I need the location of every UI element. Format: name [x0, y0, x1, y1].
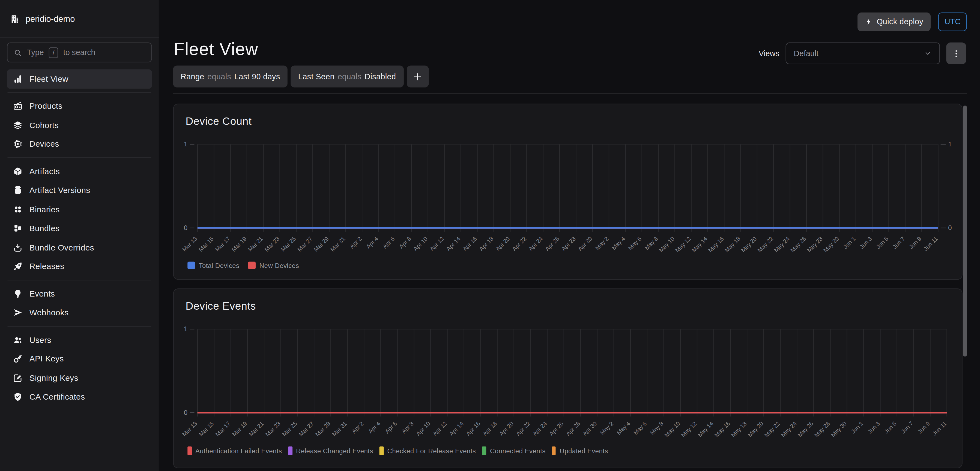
svg-text:Jun 7: Jun 7 — [900, 420, 915, 435]
legend-item[interactable]: Authentication Failed Events — [188, 446, 282, 455]
timezone-label: UTC — [945, 17, 961, 26]
device-events-legend: Authentication Failed EventsRelease Chan… — [188, 446, 614, 455]
views-select[interactable]: Default — [786, 43, 940, 64]
search-input[interactable]: Type / to search — [7, 43, 152, 62]
scrollbar[interactable] — [963, 105, 967, 357]
sidebar-item-ca-certificates[interactable]: CA Certificates — [7, 387, 152, 406]
svg-text:Apr 18: Apr 18 — [478, 236, 495, 252]
svg-text:May 26: May 26 — [789, 236, 807, 254]
send-icon — [13, 308, 22, 317]
organization-icon — [10, 14, 19, 24]
sidebar-item-bundles[interactable]: Bundles — [7, 219, 152, 238]
svg-text:Mar 21: Mar 21 — [248, 420, 265, 438]
svg-text:Apr 30: Apr 30 — [577, 236, 593, 252]
filter-value: Last 90 days — [234, 72, 280, 81]
svg-text:Apr 28: Apr 28 — [560, 236, 577, 252]
org-switcher[interactable]: peridio-demo — [10, 10, 149, 27]
svg-text:May 20: May 20 — [740, 236, 758, 254]
svg-text:1: 1 — [184, 140, 188, 148]
sidebar-item-label: Bundle Overrides — [29, 243, 94, 252]
sidebar-item-api-keys[interactable]: API Keys — [7, 349, 152, 368]
svg-text:Jun 5: Jun 5 — [883, 420, 898, 435]
device-events-plot: Mar 13Mar 15Mar 17Mar 19Mar 21Mar 23Mar … — [174, 319, 963, 444]
legend-item[interactable]: Checked For Release Events — [380, 446, 476, 455]
lightning-icon — [865, 18, 872, 25]
legend-item[interactable]: New Devices — [248, 262, 299, 269]
device-events-chart[interactable]: Mar 13Mar 15Mar 17Mar 19Mar 21Mar 23Mar … — [174, 319, 963, 444]
legend-label: Updated Events — [560, 447, 608, 454]
svg-text:May 10: May 10 — [657, 236, 676, 254]
sidebar: peridio-demo Type / to search Fleet View… — [0, 0, 159, 471]
filter-chip-range[interactable]: RangeequalsLast 90 days — [173, 66, 288, 87]
sidebar-item-signing-keys[interactable]: Signing Keys — [7, 368, 152, 388]
legend-item[interactable]: Connected Events — [482, 446, 546, 455]
sidebar-item-cohorts[interactable]: Cohorts — [7, 116, 152, 135]
sidebar-item-users[interactable]: Users — [7, 330, 152, 349]
svg-text:Apr 14: Apr 14 — [445, 236, 461, 252]
svg-text:Apr 24: Apr 24 — [527, 236, 544, 252]
content-divider — [173, 93, 967, 94]
sidebar-item-label: Devices — [29, 139, 59, 149]
shield-check-icon — [13, 392, 22, 401]
filter-chip-last-seen[interactable]: Last SeenequalsDisabled — [291, 66, 404, 87]
filter-field: Range — [181, 72, 204, 81]
quick-deploy-button[interactable]: Quick deploy — [857, 13, 931, 31]
svg-text:Mar 21: Mar 21 — [247, 236, 264, 253]
add-filter-button[interactable] — [407, 66, 428, 87]
svg-text:May 12: May 12 — [674, 236, 692, 254]
svg-text:May 4: May 4 — [616, 420, 631, 436]
sidebar-item-label: Signing Keys — [29, 373, 78, 382]
svg-text:Apr 28: Apr 28 — [565, 420, 581, 437]
svg-text:Mar 23: Mar 23 — [263, 236, 281, 253]
svg-text:Mar 23: Mar 23 — [264, 420, 282, 438]
sidebar-item-devices[interactable]: Devices — [7, 135, 152, 154]
views-menu-button[interactable] — [946, 43, 966, 64]
svg-text:Jun 1: Jun 1 — [842, 236, 857, 250]
page-title: Fleet View — [174, 39, 258, 59]
device-count-chart[interactable]: Mar 13Mar 15Mar 17Mar 19Mar 21Mar 23Mar … — [174, 134, 963, 259]
svg-text:1: 1 — [948, 140, 951, 148]
svg-text:0: 0 — [184, 224, 188, 232]
svg-text:Mar 25: Mar 25 — [281, 420, 299, 438]
edit-icon — [13, 373, 22, 382]
sidebar-item-webhooks[interactable]: Webhooks — [7, 303, 152, 322]
cube-icon — [13, 167, 22, 176]
svg-text:May 24: May 24 — [773, 236, 791, 254]
svg-text:May 2: May 2 — [599, 420, 615, 436]
sidebar-item-bundle-overrides[interactable]: Bundle Overrides — [7, 238, 152, 257]
svg-text:May 18: May 18 — [730, 420, 748, 438]
svg-text:Mar 25: Mar 25 — [280, 236, 298, 253]
sidebar-item-artifacts[interactable]: Artifacts — [7, 162, 152, 181]
sidebar-item-artifact-versions[interactable]: Artifact Versions — [7, 181, 152, 200]
sidebar-item-events[interactable]: Events — [7, 284, 152, 303]
sidebar-item-binaries[interactable]: Binaries — [7, 200, 152, 219]
svg-text:Mar 19: Mar 19 — [231, 236, 248, 253]
app-window: peridio-demo Type / to search Fleet View… — [0, 0, 980, 471]
search-icon — [14, 49, 22, 57]
sidebar-item-products[interactable]: Products — [7, 97, 152, 116]
dots-grid-icon — [13, 205, 22, 214]
svg-text:Apr 12: Apr 12 — [432, 420, 448, 437]
legend-item[interactable]: Total Devices — [188, 262, 239, 269]
key-icon — [13, 354, 22, 363]
device-events-card: Device Events Mar 13Mar 15Mar 17Mar 19Ma… — [173, 289, 963, 468]
legend-item[interactable]: Release Changed Events — [288, 446, 373, 455]
svg-text:May 26: May 26 — [796, 420, 815, 438]
svg-text:Apr 14: Apr 14 — [448, 420, 465, 437]
download-icon — [13, 243, 22, 252]
bar-chart-icon — [13, 74, 22, 83]
timezone-badge[interactable]: UTC — [938, 13, 967, 31]
svg-text:Apr 16: Apr 16 — [465, 420, 482, 437]
svg-text:Apr 26: Apr 26 — [548, 420, 565, 437]
legend-label: Authentication Failed Events — [195, 447, 282, 454]
svg-text:May 8: May 8 — [649, 420, 665, 436]
svg-text:May 22: May 22 — [763, 420, 781, 438]
sidebar-item-releases[interactable]: Releases — [7, 257, 152, 276]
topbar: Quick deploy UTC — [857, 13, 967, 31]
filter-row: RangeequalsLast 90 daysLast SeenequalsDi… — [173, 66, 429, 87]
sidebar-item-label: Artifacts — [29, 167, 60, 176]
legend-item[interactable]: Updated Events — [552, 446, 608, 455]
svg-text:Mar 13: Mar 13 — [181, 236, 199, 253]
sidebar-item-fleet-view[interactable]: Fleet View — [7, 69, 152, 88]
legend-swatch — [248, 262, 256, 269]
